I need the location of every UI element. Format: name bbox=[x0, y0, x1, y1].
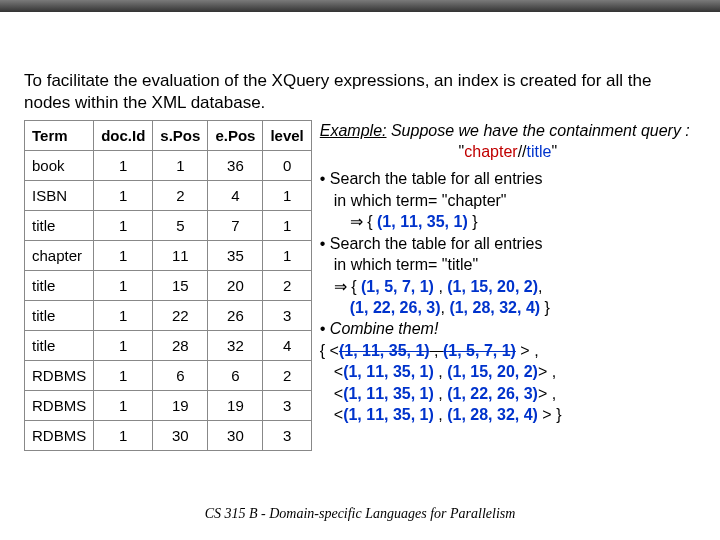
cell: 11 bbox=[153, 240, 208, 270]
cell: 1 bbox=[94, 420, 153, 450]
cell: 1 bbox=[263, 210, 311, 240]
quote-close: " bbox=[551, 143, 557, 160]
table-row: RDBMS119193 bbox=[25, 390, 312, 420]
cell: book bbox=[25, 150, 94, 180]
implies-icon: ⇒ { bbox=[350, 213, 377, 230]
cell: 15 bbox=[153, 270, 208, 300]
cell: 4 bbox=[263, 330, 311, 360]
th-epos: e.Pos bbox=[208, 120, 263, 150]
cell: 1 bbox=[94, 390, 153, 420]
text: , bbox=[434, 278, 447, 295]
decorative-top-bar bbox=[0, 0, 720, 12]
cell: 32 bbox=[208, 330, 263, 360]
cell: title bbox=[25, 270, 94, 300]
cell: 19 bbox=[208, 390, 263, 420]
cell: 30 bbox=[153, 420, 208, 450]
tuple: (1, 15, 20, 2) bbox=[447, 363, 538, 380]
text: > , bbox=[538, 385, 556, 402]
text: > } bbox=[538, 406, 562, 423]
cell: title bbox=[25, 300, 94, 330]
intro-text: To facilitate the evaluation of the XQue… bbox=[24, 70, 696, 114]
cell: RDBMS bbox=[25, 360, 94, 390]
table-header-row: Term doc.Id s.Pos e.Pos level bbox=[25, 120, 312, 150]
table-row: title128324 bbox=[25, 330, 312, 360]
text: > , bbox=[538, 363, 556, 380]
cell: 1 bbox=[94, 270, 153, 300]
th-level: level bbox=[263, 120, 311, 150]
imply-2-row-2: (1, 22, 26, 3), (1, 28, 32, 4) } bbox=[320, 297, 696, 318]
cell: 7 bbox=[208, 210, 263, 240]
cell: 30 bbox=[208, 420, 263, 450]
cell: 1 bbox=[94, 210, 153, 240]
cell: 1 bbox=[263, 240, 311, 270]
th-term: Term bbox=[25, 120, 94, 150]
bullet-1-line-2: in which term= "chapter" bbox=[320, 190, 696, 211]
text: < bbox=[334, 363, 343, 380]
text: > , bbox=[516, 342, 539, 359]
cell: 1 bbox=[94, 180, 153, 210]
cell: chapter bbox=[25, 240, 94, 270]
tuple: (1, 11, 35, 1) bbox=[377, 213, 468, 230]
implies-icon: ⇒ { bbox=[334, 278, 361, 295]
table-row: RDBMS1662 bbox=[25, 360, 312, 390]
cell: 1 bbox=[153, 150, 208, 180]
cell: 36 bbox=[208, 150, 263, 180]
cell: 0 bbox=[263, 150, 311, 180]
footer-text: CS 315 B - Domain-specific Languages for… bbox=[0, 506, 720, 522]
tuple: (1, 22, 26, 3) bbox=[447, 385, 538, 402]
text: , bbox=[434, 385, 447, 402]
tuple: (1, 5, 7, 1) bbox=[361, 278, 434, 295]
cell: 3 bbox=[263, 300, 311, 330]
cell: 22 bbox=[153, 300, 208, 330]
example-label: Example: bbox=[320, 122, 387, 139]
cell: ISBN bbox=[25, 180, 94, 210]
imply-2-row-1: ⇒ { (1, 5, 7, 1) , (1, 15, 20, 2), bbox=[320, 276, 696, 297]
table-row: title115202 bbox=[25, 270, 312, 300]
body-row: Term doc.Id s.Pos e.Pos level book11360 … bbox=[24, 120, 696, 451]
cell: 1 bbox=[94, 150, 153, 180]
th-docid: doc.Id bbox=[94, 120, 153, 150]
tuple-struck: (1, 5, 7, 1) bbox=[443, 342, 516, 359]
cell: 1 bbox=[94, 330, 153, 360]
query-title: title bbox=[527, 143, 552, 160]
cell: 1 bbox=[94, 360, 153, 390]
cell: 3 bbox=[263, 420, 311, 450]
tuple: (1, 22, 26, 3) bbox=[350, 299, 441, 316]
cell: 35 bbox=[208, 240, 263, 270]
tuple: (1, 11, 35, 1) bbox=[343, 385, 434, 402]
text: } bbox=[540, 299, 550, 316]
query-chapter: chapter bbox=[464, 143, 517, 160]
result-row-2: <(1, 11, 35, 1) , (1, 15, 20, 2)> , bbox=[320, 361, 696, 382]
index-table: Term doc.Id s.Pos e.Pos level book11360 … bbox=[24, 120, 312, 451]
imply-1: ⇒ { (1, 11, 35, 1) } bbox=[320, 211, 696, 232]
cell: 19 bbox=[153, 390, 208, 420]
cell: 2 bbox=[263, 270, 311, 300]
tuple: (1, 28, 32, 4) bbox=[447, 406, 538, 423]
result-row-4: <(1, 11, 35, 1) , (1, 28, 32, 4) > } bbox=[320, 404, 696, 425]
cell: 2 bbox=[153, 180, 208, 210]
table-row: RDBMS130303 bbox=[25, 420, 312, 450]
table-row: book11360 bbox=[25, 150, 312, 180]
cell: 6 bbox=[153, 360, 208, 390]
text: , bbox=[434, 406, 447, 423]
cell: 5 bbox=[153, 210, 208, 240]
example-line: Example: Suppose we have the containment… bbox=[320, 120, 696, 141]
text: , bbox=[538, 278, 542, 295]
table-row: ISBN1241 bbox=[25, 180, 312, 210]
query-slashes: // bbox=[518, 143, 527, 160]
cell: RDBMS bbox=[25, 390, 94, 420]
text: < bbox=[334, 406, 343, 423]
cell: title bbox=[25, 330, 94, 360]
slide: To facilitate the evaluation of the XQue… bbox=[0, 0, 720, 540]
tuple: (1, 15, 20, 2) bbox=[447, 278, 538, 295]
tuple: (1, 11, 35, 1) bbox=[343, 363, 434, 380]
bullet-3: • Combine them! bbox=[320, 318, 696, 339]
cell: 2 bbox=[263, 360, 311, 390]
bullet-1-line-1: • Search the table for all entries bbox=[320, 168, 696, 189]
tuple: (1, 28, 32, 4) bbox=[449, 299, 540, 316]
text: , bbox=[434, 363, 447, 380]
cell: 1 bbox=[94, 240, 153, 270]
text: } bbox=[468, 213, 478, 230]
cell: 3 bbox=[263, 390, 311, 420]
right-panel: Example: Suppose we have the containment… bbox=[320, 120, 696, 426]
